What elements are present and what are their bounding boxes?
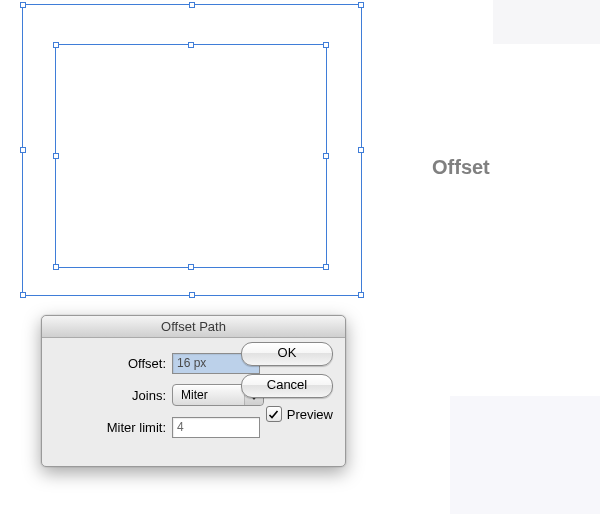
dialog-title[interactable]: Offset Path (42, 316, 345, 338)
dialog-buttons: OK Cancel (241, 342, 333, 398)
ok-button[interactable]: OK (241, 342, 333, 366)
joins-label: Joins: (46, 388, 172, 403)
selection-handle[interactable] (53, 264, 59, 270)
selection-handle[interactable] (53, 42, 59, 48)
selection-handle[interactable] (323, 264, 329, 270)
selection-handle[interactable] (188, 264, 194, 270)
offset-path-dialog: Offset Path Offset: Joins: Miter Miter l… (41, 315, 346, 467)
selection-handle[interactable] (358, 147, 364, 153)
selection-handle[interactable] (20, 2, 26, 8)
selection-handle[interactable] (358, 292, 364, 298)
selection-handle[interactable] (188, 42, 194, 48)
inner-rectangle-path[interactable] (55, 44, 327, 268)
preview-checkbox[interactable] (266, 406, 282, 422)
selection-handle[interactable] (20, 292, 26, 298)
selection-handle[interactable] (53, 153, 59, 159)
selection-handle[interactable] (358, 2, 364, 8)
selection-handle[interactable] (189, 2, 195, 8)
joins-select-value: Miter (181, 388, 208, 402)
preview-label: Preview (287, 407, 333, 422)
selection-handle[interactable] (20, 147, 26, 153)
preview-row: Preview (266, 406, 333, 422)
miter-limit-input[interactable] (172, 417, 260, 438)
decorative-panel-top (493, 0, 600, 44)
offset-label: Offset: (46, 356, 172, 371)
decorative-panel-bottom (450, 396, 600, 514)
heading-offset: Offset (432, 156, 490, 179)
selection-handle[interactable] (323, 42, 329, 48)
dialog-body: Offset: Joins: Miter Miter limit: OK Can… (42, 338, 345, 466)
canvas-area[interactable] (22, 4, 362, 296)
selection-handle[interactable] (323, 153, 329, 159)
check-icon (268, 409, 279, 420)
cancel-button[interactable]: Cancel (241, 374, 333, 398)
selection-handle[interactable] (189, 292, 195, 298)
miter-limit-label: Miter limit: (46, 420, 172, 435)
